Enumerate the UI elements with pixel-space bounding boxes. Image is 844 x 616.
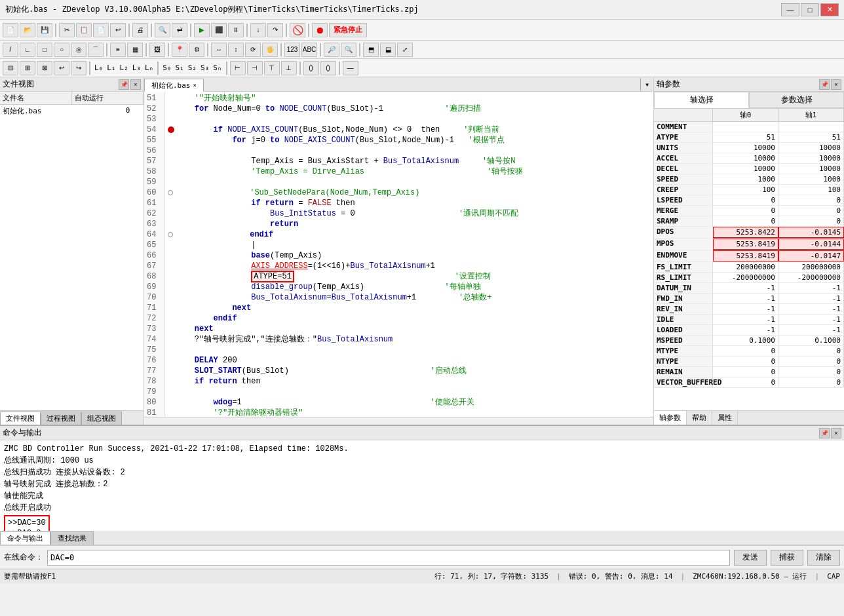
axis-val-0[interactable]: 0 (713, 216, 778, 226)
editor-tab-dropdown[interactable]: ▾ (640, 78, 653, 91)
code-line[interactable]: disable_group(Temp_Axis) '每轴单独 (168, 282, 651, 292)
tb2-btn22[interactable]: ⤢ (397, 43, 413, 57)
open-button[interactable]: 📂 (20, 23, 35, 37)
tb2-btn6[interactable]: ⌒ (88, 43, 104, 57)
axis-bottom-tab-2[interactable]: 属性 (712, 411, 738, 425)
file-item[interactable]: 初始化.bas0 (0, 105, 144, 117)
paste-button[interactable]: 📄 (93, 23, 109, 37)
code-line[interactable] (168, 345, 651, 355)
tb2-btn4[interactable]: ○ (54, 43, 69, 57)
axis-val-0[interactable]: 0.1000 (713, 336, 778, 345)
tb3-bracket2[interactable]: () (320, 61, 336, 75)
axis-val-1[interactable]: 10000 (778, 153, 844, 163)
clear-button[interactable]: 清除 (807, 550, 840, 566)
axis-val-0[interactable]: 10000 (713, 153, 778, 163)
axis-val-0[interactable]: 0 (713, 367, 778, 377)
code-line[interactable]: ?"轴号映射完成","连接总轴数："Bus_TotalAxisnum (168, 334, 651, 345)
step-over-button[interactable]: ↷ (267, 23, 283, 37)
axis-val-1[interactable]: -1 (778, 325, 844, 335)
stop-button[interactable]: ⬛ (211, 23, 227, 37)
axis-val-1[interactable]: 0 (778, 195, 844, 205)
tb2-btn12[interactable]: ↔ (211, 43, 227, 57)
axis-val-1[interactable]: -1 (778, 315, 844, 324)
minimize-button[interactable]: — (781, 3, 799, 16)
code-line[interactable] (168, 114, 651, 125)
code-line[interactable] (168, 387, 651, 397)
axis-param-row[interactable]: REMAIN 0 0 (654, 367, 844, 377)
tb2-btn3[interactable]: □ (37, 43, 52, 57)
axis-param-row[interactable]: MPOS 5253.8419 -0.0144 (654, 239, 844, 250)
axis-val-1[interactable]: 0.1000 (778, 336, 844, 345)
tb3-btn2[interactable]: ⊞ (20, 61, 35, 75)
capture-button[interactable]: 捕获 (771, 550, 803, 566)
axis-param-row[interactable]: RS_LIMIT -200000000 -200000000 (654, 273, 844, 283)
editor-scrollbar-h[interactable] (144, 417, 653, 425)
new-file-button[interactable]: 📄 (3, 23, 18, 37)
bottom-tab-1[interactable]: 查找结果 (50, 531, 94, 545)
code-line[interactable]: SLOT_START(Bus_Slot) '启动总线 (168, 366, 651, 376)
send-button[interactable]: 发送 (734, 550, 767, 566)
replace-button[interactable]: ⇄ (172, 23, 187, 37)
step-button[interactable]: ↓ (250, 23, 266, 37)
axis-val-1[interactable]: -0.0145 (778, 227, 844, 238)
axis-param-row[interactable]: MERGE 0 0 (654, 206, 844, 216)
axis-param-row[interactable]: IDLE -1 -1 (654, 315, 844, 325)
tb3-btn5[interactable]: ↪ (71, 61, 86, 75)
cut-button[interactable]: ✂ (59, 23, 75, 37)
axis-val-0[interactable]: -1 (713, 283, 778, 293)
axis-tab-select[interactable]: 轴选择 (654, 92, 749, 108)
close-button[interactable]: ✕ (820, 3, 839, 16)
search-button[interactable]: 🔍 (155, 23, 170, 37)
axis-val-1[interactable]: 10000 (778, 164, 844, 174)
editor-tab-main[interactable]: 初始化.bas × (144, 79, 204, 92)
bottom-panel-close[interactable]: × (831, 428, 841, 438)
code-line[interactable]: '?"开始清除驱动器错误" (168, 408, 651, 417)
code-line[interactable]: Bus_InitStatus = 0 '通讯周期不匹配 (168, 208, 651, 219)
axis-val-1[interactable]: 51 (778, 132, 844, 142)
code-content[interactable]: '"开始映射轴号" for Node_Num=0 to NODE_COUNT(B… (165, 92, 653, 417)
code-area[interactable]: 5152535455565758596061626364656667686970… (144, 92, 653, 417)
axis-val-1[interactable]: -1 (778, 283, 844, 293)
tb2-btn5[interactable]: ◎ (71, 43, 86, 57)
bottom-panel-pin[interactable]: 📌 (819, 428, 830, 438)
axis-val-0[interactable]: 0 (713, 356, 778, 366)
axis-val-1[interactable]: 0 (778, 377, 844, 387)
code-line[interactable]: next (168, 303, 651, 313)
axis-param-row[interactable]: ATYPE 51 51 (654, 132, 844, 143)
axis-val-1[interactable]: -1 (778, 304, 844, 314)
tb2-btn13[interactable]: ↕ (228, 43, 244, 57)
axis-param-row[interactable]: LOADED -1 -1 (654, 325, 844, 336)
axis-val-0[interactable]: -1 (713, 294, 778, 303)
tb2-btn16[interactable]: 123 (284, 43, 300, 57)
code-line[interactable]: next (168, 324, 651, 334)
axis-val-1[interactable]: 0 (778, 206, 844, 216)
code-line[interactable]: for j=0 to NODE_AXIS_COUNT(Bus_Slot,Node… (168, 135, 651, 145)
axis-val-0[interactable]: 100 (713, 185, 778, 195)
axis-val-0[interactable]: 5253.8419 (713, 250, 778, 261)
axis-val-0[interactable]: 0 (713, 377, 778, 387)
axis-param-row[interactable]: UNITS 10000 10000 (654, 143, 844, 153)
axis-param-row[interactable]: MTYPE 0 0 (654, 346, 844, 356)
axis-val-1[interactable]: 0 (778, 367, 844, 377)
axis-val-1[interactable]: -0.0147 (778, 250, 844, 261)
axis-param-row[interactable]: FWD_IN -1 -1 (654, 294, 844, 304)
axis-val-0[interactable]: 200000000 (713, 262, 778, 272)
axis-param-row[interactable]: LSPEED 0 0 (654, 195, 844, 206)
code-line[interactable]: AXIS_ADDRESS=(1<<16)+Bus_TotalAxisnum+1 (168, 261, 651, 271)
axis-param-row[interactable]: VECTOR_BUFFERED 0 0 (654, 377, 844, 388)
code-line[interactable]: DELAY 200 (168, 355, 651, 366)
tb3-btn3[interactable]: ⊠ (37, 61, 52, 75)
tb2-btn11[interactable]: ⚙ (189, 43, 204, 57)
code-line[interactable] (168, 177, 651, 187)
tb2-btn10[interactable]: 📍 (172, 43, 187, 57)
tb2-btn1[interactable]: / (3, 43, 18, 57)
axis-param-row[interactable]: ACCEL 10000 10000 (654, 153, 844, 164)
axis-val-0[interactable]: 0 (713, 195, 778, 205)
tb3-btn4[interactable]: ↩ (54, 61, 69, 75)
tb3-bracket1[interactable]: () (303, 61, 319, 75)
axis-val-0[interactable]: -1 (713, 315, 778, 324)
left-tab-file[interactable]: 文件视图 (0, 412, 41, 425)
tb3-insert-btn3[interactable]: ⊤ (264, 61, 280, 75)
code-line[interactable]: endif (168, 313, 651, 324)
code-line[interactable]: 'Temp_Axis = Dirve_Alias '轴号按驱 (168, 166, 651, 177)
